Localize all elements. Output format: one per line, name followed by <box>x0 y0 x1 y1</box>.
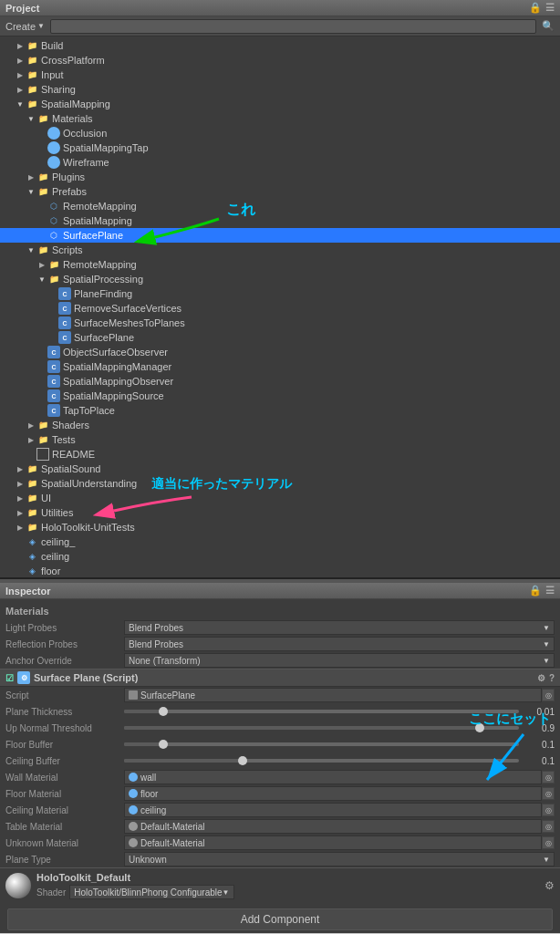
tree-item-wireframe[interactable]: ▶ Wireframe <box>0 155 560 170</box>
table-material-value: Default-Material <box>140 822 205 832</box>
menu-icon[interactable]: ☰ <box>545 2 555 14</box>
tree-item-crossplatform[interactable]: ▶ 📁 CrossPlatform <box>0 53 560 67</box>
reflection-probes-value[interactable]: Blend Probes ▼ <box>124 637 555 651</box>
tree-item-ui[interactable]: ▶ 📁 UI <box>0 491 560 505</box>
table-material-row: Table Material Default-Material ◎ <box>0 818 560 835</box>
tree-item-spatialmappingmanager[interactable]: ▶ C SpatialMappingManager <box>0 359 560 374</box>
ceiling-material-field[interactable]: ceiling <box>124 803 542 817</box>
floor-material-dot <box>129 789 138 798</box>
tree-item-spatialmapping-prefab[interactable]: ▶ ⬡ SpatialMapping <box>0 213 560 228</box>
script-row: Script SurfacePlane ◎ <box>0 687 560 703</box>
anchor-override-value[interactable]: None (Transform) ▼ <box>124 653 555 668</box>
anchor-override-dropdown[interactable]: None (Transform) ▼ <box>124 653 555 668</box>
tree-item-scripts[interactable]: ▼ 📁 Scripts <box>0 243 560 257</box>
tree-item-holotoolkit-unittests[interactable]: ▶ 📁 HoloToolkit-UnitTests <box>0 520 560 534</box>
reflection-probes-dropdown[interactable]: Blend Probes ▼ <box>124 637 555 651</box>
floor-buffer-slider[interactable] <box>124 742 519 746</box>
tree-item-spatialunderstanding[interactable]: ▶ 📁 SpatialUnderstanding <box>0 476 560 491</box>
up-normal-threshold-row: Up Normal Threshold 0.9 <box>0 720 560 736</box>
unknown-material-field[interactable]: Default-Material <box>124 835 542 850</box>
tree-item-materials[interactable]: ▼ 📁 Materials <box>0 111 560 126</box>
tree-item-remotemapping-scripts[interactable]: ▶ 📁 RemoteMapping <box>0 257 560 272</box>
tree-item-surfaceplane-script[interactable]: ▶ C SurfacePlane <box>0 330 560 345</box>
menu-icon-inspector[interactable]: ☰ <box>545 585 555 597</box>
tree-item-occlusion[interactable]: ▶ Occlusion <box>0 126 560 140</box>
tree-item-planefinding[interactable]: ▶ C PlaneFinding <box>0 286 560 301</box>
tree-item-remotemapping-prefab[interactable]: ▶ ⬡ RemoteMapping <box>0 199 560 213</box>
up-normal-threshold-slider[interactable] <box>124 726 519 730</box>
plane-thickness-slider[interactable] <box>124 710 519 713</box>
wall-material-label: Wall Material <box>5 773 124 783</box>
tree-item-spatialmappingsource[interactable]: ▶ C SpatialMappingSource <box>0 389 560 403</box>
tree-item-taptoplace[interactable]: ▶ C TapToPlace <box>0 403 560 418</box>
plane-thickness-label: Plane Thickness <box>5 707 124 717</box>
tree-item-spatialMappingTap[interactable]: ▶ SpatialMappingTap <box>0 140 560 155</box>
anchor-override-label: Anchor Override <box>5 656 124 666</box>
tree-item-spatialmapping[interactable]: ▼ 📁 SpatialMapping <box>0 97 560 111</box>
shader-row: Shader HoloToolkit/BlinnPhong Configurab… <box>36 885 234 899</box>
shader-dropdown[interactable]: HoloToolkit/BlinnPhong Configurable ▼ <box>69 885 233 899</box>
tree-item-removesurfacevertices[interactable]: ▶ C RemoveSurfaceVertices <box>0 301 560 316</box>
floor-buffer-label: Floor Buffer <box>5 740 124 750</box>
script-label: Script <box>5 690 124 700</box>
tree-item-readme[interactable]: ▶ README <box>0 447 560 462</box>
wall-material-row: Wall Material wall ◎ <box>0 769 560 785</box>
tree-item-shaders[interactable]: ▶ 📁 Shaders <box>0 418 560 432</box>
unknown-material-pick-button[interactable]: ◎ <box>542 836 555 849</box>
dropdown-arrow-icon: ▼ <box>543 624 550 632</box>
ceiling-material-pick-button[interactable]: ◎ <box>542 804 555 816</box>
table-material-pick-button[interactable]: ◎ <box>542 820 555 833</box>
reflection-probes-label: Reflection Probes <box>5 639 124 649</box>
project-search-input[interactable] <box>50 19 536 34</box>
tree-item-input[interactable]: ▶ 📁 Input <box>0 67 560 82</box>
light-probes-value[interactable]: Blend Probes ▼ <box>124 620 555 635</box>
plane-type-dropdown[interactable]: Unknown ▼ <box>124 852 555 867</box>
wall-material-value: wall <box>140 773 156 783</box>
plane-thickness-value: 0.01 <box>523 707 555 717</box>
tree-item-surfaceplane-prefab[interactable]: ▶ ⬡ SurfacePlane <box>0 228 560 243</box>
floor-material-value: floor <box>140 789 158 799</box>
tree-item-spatialprocessing[interactable]: ▼ 📁 SpatialProcessing <box>0 272 560 286</box>
surface-plane-component-header[interactable]: ☑ ⚙ Surface Plane (Script) ⚙ ? <box>0 669 560 687</box>
tree-item-sharing[interactable]: ▶ 📁 Sharing <box>0 82 560 97</box>
component-info-icon[interactable]: ? <box>549 673 555 683</box>
component-icon: ⚙ <box>17 671 30 684</box>
unknown-material-row: Unknown Material Default-Material ◎ <box>0 835 560 851</box>
create-button[interactable]: Create ▼ <box>5 21 45 32</box>
tree-item-tests[interactable]: ▶ 📁 Tests <box>0 432 560 447</box>
project-panel-header: Project 🔒 ☰ <box>0 0 560 16</box>
materials-section-label: Materials <box>0 603 560 619</box>
tree-item-objectsurfaceobserver[interactable]: ▶ C ObjectSurfaceObserver <box>0 345 560 359</box>
floor-material-pick-button[interactable]: ◎ <box>542 787 555 800</box>
floor-material-field[interactable]: floor <box>124 786 542 801</box>
tree-item-spatialmappingobserver[interactable]: ▶ C SpatialMappingObserver <box>0 374 560 389</box>
table-material-field[interactable]: Default-Material <box>124 819 542 834</box>
light-probes-dropdown[interactable]: Blend Probes ▼ <box>124 620 555 635</box>
lock-icon-inspector[interactable]: 🔒 <box>529 585 542 597</box>
component-toggle-checkbox[interactable]: ☑ <box>5 673 14 683</box>
component-settings-icon[interactable]: ⚙ <box>537 673 545 683</box>
tree-item-spatialsound[interactable]: ▶ 📁 SpatialSound <box>0 462 560 476</box>
ceiling-buffer-value: 0.1 <box>523 756 555 766</box>
tree-item-ceiling-underscore[interactable]: ▶ ◈ ceiling_ <box>0 534 560 549</box>
tree-item-plugins[interactable]: ▶ 📁 Plugins <box>0 170 560 184</box>
tree-item-ceiling[interactable]: ▶ ◈ ceiling <box>0 549 560 564</box>
search-icon[interactable]: 🔍 <box>542 20 555 32</box>
tree-item-prefabs[interactable]: ▼ 📁 Prefabs <box>0 184 560 199</box>
tree-item-utilities[interactable]: ▶ 📁 Utilities <box>0 505 560 520</box>
script-field[interactable]: SurfacePlane <box>124 688 542 702</box>
script-value: SurfacePlane <box>140 690 195 700</box>
ceiling-material-label: Ceiling Material <box>5 805 124 815</box>
inspector-panel-title: Inspector <box>5 586 51 597</box>
wall-material-field[interactable]: wall <box>124 770 542 784</box>
tree-item-surfacemeshestoplanes[interactable]: ▶ C SurfaceMeshesToPlanes <box>0 316 560 330</box>
tree-item-floor[interactable]: ▶ ◈ floor <box>0 564 560 577</box>
ceiling-buffer-slider[interactable] <box>124 759 519 763</box>
holotoolkit-settings-icon[interactable]: ⚙ <box>544 879 555 892</box>
tree-item-build[interactable]: ▶ 📁 Build <box>0 38 560 53</box>
up-normal-threshold-value: 0.9 <box>523 723 555 733</box>
add-component-button[interactable]: Add Component <box>7 908 553 930</box>
lock-icon[interactable]: 🔒 <box>529 2 542 14</box>
script-pick-button[interactable]: ◎ <box>542 689 555 701</box>
wall-material-pick-button[interactable]: ◎ <box>542 771 555 784</box>
